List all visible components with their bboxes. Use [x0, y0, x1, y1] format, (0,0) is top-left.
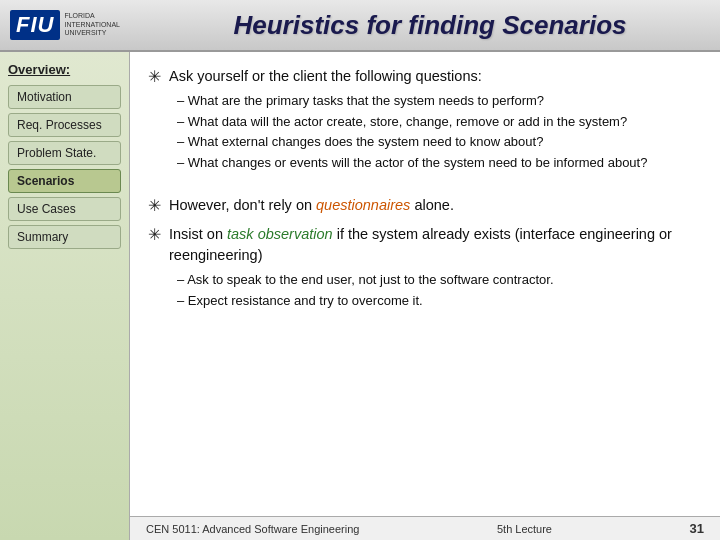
sidebar-item-use-cases[interactable]: Use Cases [8, 197, 121, 221]
bullet-content-3: Insist on task observation if the system… [169, 224, 702, 311]
logo-area: FIU FloridaInternationalUniversity [10, 10, 150, 40]
page-title: Heuristics for finding Scenarios [150, 10, 710, 41]
main-area: Overview: Motivation Req. Processes Prob… [0, 52, 720, 540]
bullet-row-3: ✳ Insist on task observation if the syst… [148, 224, 702, 311]
bullet-star-2: ✳ [148, 196, 161, 215]
sidebar-item-motivation[interactable]: Motivation [8, 85, 121, 109]
logo-text: FIU [10, 10, 60, 40]
bullet3-prefix: Insist on [169, 226, 227, 242]
sidebar: Overview: Motivation Req. Processes Prob… [0, 52, 130, 540]
dash-item-5: Ask to speak to the end user, not just t… [177, 270, 702, 290]
bullet-star-1: ✳ [148, 67, 161, 86]
footer-page: 31 [690, 521, 704, 536]
bullet3-dash-list: Ask to speak to the end user, not just t… [169, 270, 702, 310]
dash-item-6: Expect resistance and try to overcome it… [177, 291, 702, 311]
bullet2-italic: questionnaires [316, 197, 410, 213]
bullet-row-2: ✳ However, don't rely on questionnaires … [148, 195, 702, 216]
bullet-content-1: Ask yourself or the client the following… [169, 66, 647, 173]
bullet-star-3: ✳ [148, 225, 161, 244]
dash-item-2: What data will the actor create, store, … [177, 112, 647, 132]
sidebar-item-req-processes[interactable]: Req. Processes [8, 113, 121, 137]
dash-item-4: What changes or events will the actor of… [177, 153, 647, 173]
footer: CEN 5011: Advanced Software Engineering … [130, 516, 720, 540]
bullet-row-1: ✳ Ask yourself or the client the followi… [148, 66, 702, 173]
footer-lecture: 5th Lecture [497, 523, 552, 535]
dash-item-1: What are the primary tasks that the syst… [177, 91, 647, 111]
gap [148, 181, 702, 195]
bullet-content-2: However, don't rely on questionnaires al… [169, 195, 454, 216]
sidebar-item-summary[interactable]: Summary [8, 225, 121, 249]
sidebar-overview-label: Overview: [8, 62, 121, 77]
footer-course: CEN 5011: Advanced Software Engineering [146, 523, 359, 535]
dash-item-3: What external changes does the system ne… [177, 132, 647, 152]
logo-sub: FloridaInternationalUniversity [64, 12, 120, 37]
bullet1-dash-list: What are the primary tasks that the syst… [169, 91, 647, 172]
bullet2-prefix: However, don't rely on [169, 197, 316, 213]
sidebar-item-scenarios[interactable]: Scenarios [8, 169, 121, 193]
header: FIU FloridaInternationalUniversity Heuri… [0, 0, 720, 52]
sidebar-item-problem-state[interactable]: Problem State. [8, 141, 121, 165]
bullet3-italic: task observation [227, 226, 333, 242]
bullet1-main-text: Ask yourself or the client the following… [169, 68, 482, 84]
bullet2-suffix: alone. [410, 197, 454, 213]
content-area: ✳ Ask yourself or the client the followi… [130, 52, 720, 540]
